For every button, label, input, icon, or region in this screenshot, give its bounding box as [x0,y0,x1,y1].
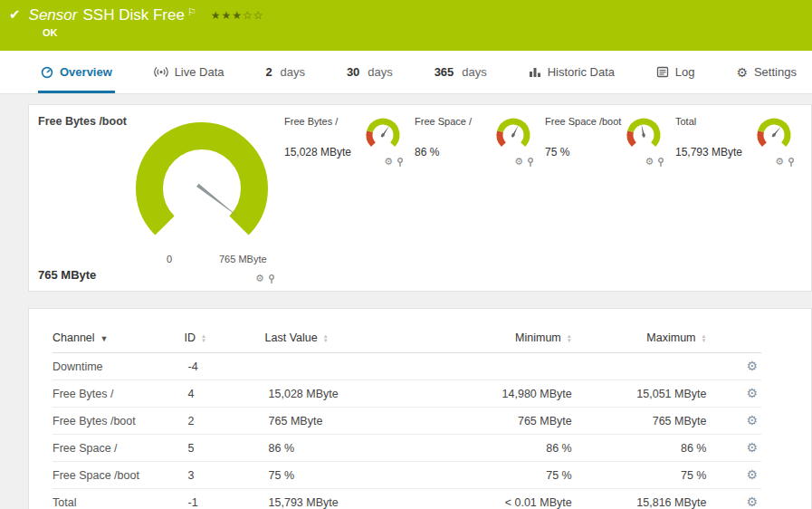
tab-settings[interactable]: ⚙ Settings [733,51,799,93]
tab-number: 2 [265,65,272,79]
tab-label: Settings [754,65,797,79]
main-gauge-dial [125,118,279,249]
main-gauge-value: 765 MByte [38,268,96,282]
channel-settings-icon[interactable]: ⚙ [746,495,758,509]
channels-panel: Channel▼ ID▲▼ Last Value▲▼ Minimum▲▼ Max… [28,308,812,509]
gauge-settings-icon[interactable]: ⚙ [255,274,264,283]
mini-gauge-dial [623,116,664,152]
table-row-free-space-boot: Free Space /boot 3 75 % 75 % 75 % ⚙ [53,462,761,489]
page-title: Sensor SSH Disk Free ⚐ [29,6,196,24]
gauge-pin-icon[interactable] [396,158,404,167]
channel-id: 5 [185,435,265,462]
mini-gauge-free-bytes-root: Free Bytes / 15,028 MByte ⚙ [284,116,415,167]
channel-id: 3 [185,462,265,489]
gauge-settings-icon[interactable]: ⚙ [514,157,523,167]
sensor-header: ✔ Sensor SSH Disk Free ⚐ ★★★☆☆ OK [0,0,812,51]
channel-id: -1 [185,489,265,509]
channel-last-value: 15,793 MByte [265,489,433,509]
channel-label: Free Bytes / [284,116,351,127]
channel-maximum: 765 MByte [576,408,711,435]
table-row-free-bytes-boot: Free Bytes /boot 2 765 MByte 765 MByte 7… [53,408,761,435]
channel-id: -4 [185,353,265,380]
channel-settings-icon[interactable]: ⚙ [746,413,758,427]
mini-gauge-total: Total 15,793 MByte ⚙ [675,116,806,167]
mini-gauges-row: Free Bytes / 15,028 MByte ⚙ Free Space / [284,116,806,167]
column-header-channel[interactable]: Channel▼ [53,331,109,344]
sensor-name: SSH Disk Free [82,6,184,24]
live-data-icon [154,66,168,78]
channel-settings-icon[interactable]: ⚙ [746,467,758,482]
status-badge: OK [43,27,803,38]
column-label: Last Value [265,331,318,344]
column-label: Minimum [515,331,561,344]
gauge-pin-icon[interactable] [657,158,664,167]
tab-historic-data[interactable]: Historic Data [526,51,617,93]
column-header-last-value[interactable]: Last Value▲▼ [265,331,329,344]
main-gauge-actions: ⚙ [255,274,275,283]
tab-unit: days [368,65,392,79]
settings-gear-icon: ⚙ [736,66,748,79]
channel-name: Downtime [53,353,185,380]
tab-number: 365 [435,65,454,79]
tab-number: 30 [347,65,359,79]
tab-label: Log [675,65,695,79]
column-label: ID [185,331,196,344]
column-header-minimum[interactable]: Minimum▲▼ [515,331,572,344]
channel-minimum: 765 MByte [433,408,576,435]
table-row-free-bytes-root: Free Bytes / 4 15,028 MByte 14,980 MByte… [53,380,761,408]
mini-gauge-dial [362,116,404,152]
tab-365-days[interactable]: 365 days [432,51,490,93]
channel-id: 4 [185,380,265,408]
channel-value: 15,028 MByte [284,146,351,158]
gauge-settings-icon[interactable]: ⚙ [384,157,393,167]
log-list-icon [656,66,669,78]
channel-minimum: 75 % [433,462,576,489]
tab-2-days[interactable]: 2 days [263,51,308,93]
channel-minimum: 86 % [433,435,576,462]
tab-unit: days [462,65,486,79]
main-gauge-label: Free Bytes /boot [38,115,127,128]
sort-desc-icon: ▼ [100,334,109,343]
flag-icon[interactable]: ⚐ [187,6,196,18]
mini-gauge-dial [753,116,795,152]
channel-settings-icon[interactable]: ⚙ [746,440,758,455]
gauge-pin-icon[interactable] [788,158,795,167]
table-row-free-space-root: Free Space / 5 86 % 86 % 86 % ⚙ [53,435,761,462]
channel-last-value [265,353,433,380]
channel-value: 75 % [545,146,621,158]
tab-log[interactable]: Log [654,51,698,93]
channel-last-value: 75 % [265,462,433,489]
table-row-downtime: Downtime -4 ⚙ [53,353,761,380]
sort-icon: ▲▼ [702,334,707,343]
title-prefix: Sensor [29,6,78,24]
channel-settings-icon[interactable]: ⚙ [746,359,758,373]
column-header-maximum[interactable]: Maximum▲▼ [646,331,706,344]
column-header-id[interactable]: ID▲▼ [185,331,206,344]
channel-label: Free Space / [415,116,472,127]
channel-value: 86 % [415,146,472,158]
channel-id: 2 [185,408,265,435]
tab-unit: days [281,65,305,79]
sort-icon: ▲▼ [201,334,206,343]
channel-settings-icon[interactable]: ⚙ [746,386,758,400]
tab-live-data[interactable]: Live Data [151,51,227,93]
mini-gauge-free-space-boot: Free Space /boot 75 % ⚙ [545,116,675,167]
channel-maximum: 15,816 MByte [576,489,711,509]
channel-last-value: 86 % [265,435,433,462]
gauge-settings-icon[interactable]: ⚙ [645,157,654,167]
gauge-settings-icon[interactable]: ⚙ [775,157,784,167]
channel-name: Free Bytes / [53,380,185,408]
tab-label: Historic Data [548,65,615,79]
table-row-total: Total -1 15,793 MByte < 0.01 MByte 15,81… [53,489,761,509]
gauge-pin-icon[interactable] [268,274,275,283]
sort-icon: ▲▼ [567,334,572,343]
tab-bar: Overview Live Data 2 days 30 days 365 da… [0,51,812,94]
main-gauge: 0 765 MByte [125,118,279,276]
gauge-pin-icon[interactable] [527,158,534,167]
tab-overview[interactable]: Overview [38,51,115,93]
priority-stars[interactable]: ★★★☆☆ [211,9,264,22]
tab-30-days[interactable]: 30 days [344,51,396,93]
tab-label: Overview [60,65,112,79]
channel-last-value: 15,028 MByte [265,380,433,408]
channel-name: Free Space / [53,435,185,462]
